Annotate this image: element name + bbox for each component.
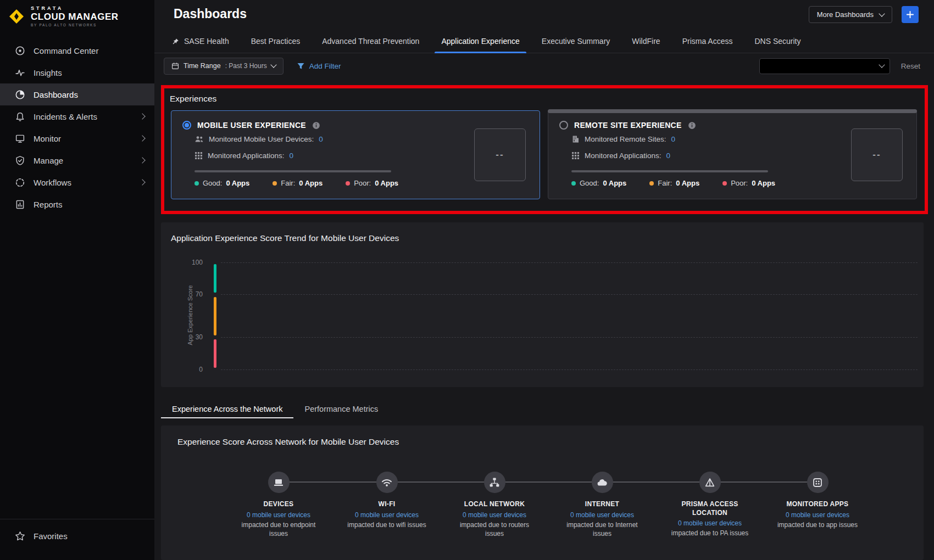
sidebar-item-dashboards[interactable]: Dashboards	[0, 83, 154, 105]
tab-label: Executive Summary	[542, 37, 610, 46]
tab-label: Prisma Access	[682, 37, 733, 46]
node-device-count-link[interactable]: 0 mobile user devices	[666, 519, 754, 527]
experience-cards: MOBILE USER EXPERIENCE Monitored Mobile …	[171, 110, 917, 199]
node-name: DEVICES	[235, 500, 323, 509]
apps-grid-icon	[571, 152, 580, 160]
node-device-count-link[interactable]: 0 mobile user devices	[774, 511, 861, 519]
row-label: Monitored Mobile User Devices:	[209, 135, 314, 143]
tab-best-practices[interactable]: Best Practices	[240, 30, 311, 53]
tab-performance-metrics[interactable]: Performance Metrics	[293, 399, 389, 418]
poor-dot-icon	[722, 181, 727, 186]
sidebar-item-workflows[interactable]: Workflows	[0, 171, 154, 193]
internet-cloud-icon	[592, 472, 613, 493]
horizontal-scrollbar-thumb[interactable]	[548, 109, 917, 113]
node-prisma-access-location: PRISMA ACCESS LOCATION 0 mobile user dev…	[666, 472, 754, 537]
remote-site-experience-card[interactable]: REMOTE SITE EXPERIENCE Monitored Remote …	[548, 110, 917, 199]
node-name: LOCAL NETWORK	[451, 500, 538, 509]
star-icon	[15, 531, 25, 541]
monitored-apps-icon	[807, 472, 829, 493]
legend-label: Poor:	[354, 179, 371, 187]
strata-logo-icon	[8, 8, 25, 25]
add-filter-button[interactable]: Add Filter	[297, 62, 341, 70]
radio-mobile-user-experience[interactable]	[182, 121, 191, 130]
node-device-count-link[interactable]: 0 mobile user devices	[558, 511, 646, 519]
sidebar-item-favorites[interactable]: Favorites	[0, 525, 154, 547]
pin-icon	[172, 38, 179, 45]
time-range-label: Time Range	[184, 62, 221, 70]
node-device-count-link[interactable]: 0 mobile user devices	[235, 511, 323, 519]
brand-logo: STRATA CLOUD MANAGER BY PALO ALTO NETWOR…	[0, 0, 154, 32]
apps-distribution-bar	[194, 170, 391, 172]
poor-dot-icon	[346, 181, 350, 186]
sidebar-item-insights[interactable]: Insights	[0, 61, 154, 83]
local-network-icon	[484, 472, 505, 493]
sidebar-item-reports[interactable]: Reports	[0, 193, 154, 215]
monitored-remote-sites-row: Monitored Remote Sites: 0	[571, 135, 675, 143]
sidebar-item-command-center[interactable]: Command Center	[0, 40, 154, 61]
tab-prisma-access[interactable]: Prisma Access	[671, 30, 744, 53]
tab-label: SASE Health	[184, 37, 229, 46]
tenant-select[interactable]	[759, 58, 890, 74]
chevron-right-icon	[139, 180, 145, 186]
add-dashboard-button[interactable]	[902, 6, 919, 23]
monitored-remote-sites-link[interactable]: 0	[671, 135, 676, 143]
time-range-dropdown[interactable]: Time Range : Past 3 Hours	[164, 58, 283, 75]
card-header: REMOTE SITE EXPERIENCE	[559, 121, 696, 130]
reset-button[interactable]: Reset	[901, 62, 920, 70]
info-icon[interactable]	[312, 121, 320, 130]
y-axis-label: App Experience Score	[187, 271, 193, 359]
brand-sub: BY PALO ALTO NETWORKS	[31, 23, 119, 27]
tab-label: Advanced Threat Prevention	[322, 37, 419, 46]
card-title: MOBILE USER EXPERIENCE	[197, 121, 306, 130]
sidebar-bottom: Favorites	[0, 519, 154, 560]
node-name: MONITORED APPS	[774, 500, 861, 509]
sidebar-item-label: Command Center	[34, 46, 98, 55]
tab-advanced-threat-prevention[interactable]: Advanced Threat Prevention	[311, 30, 430, 53]
gridline-100	[221, 262, 918, 263]
tab-label: Experience Across the Network	[172, 405, 282, 413]
plus-icon	[906, 10, 914, 19]
tab-sase-health[interactable]: SASE Health	[161, 30, 240, 53]
sidebar: STRATA CLOUD MANAGER BY PALO ALTO NETWOR…	[0, 0, 154, 560]
sidebar-item-incidents-alerts[interactable]: Incidents & Alerts	[0, 105, 154, 127]
manage-icon	[15, 155, 25, 166]
node-device-count-link[interactable]: 0 mobile user devices	[343, 511, 431, 519]
good-dot-icon	[194, 181, 199, 186]
more-dashboards-button[interactable]: More Dashboards	[809, 6, 892, 23]
calendar-icon	[171, 62, 179, 70]
tab-executive-summary[interactable]: Executive Summary	[531, 30, 621, 53]
sidebar-item-monitor[interactable]: Monitor	[0, 127, 154, 149]
mobile-user-experience-card[interactable]: MOBILE USER EXPERIENCE Monitored Mobile …	[171, 110, 540, 199]
monitored-applications-link[interactable]: 0	[666, 152, 671, 160]
prisma-access-icon	[699, 472, 721, 493]
tab-application-experience[interactable]: Application Experience	[430, 30, 530, 53]
score-band-poor	[214, 339, 216, 368]
experience-tabs: Experience Across the Network Performanc…	[161, 399, 389, 418]
tab-wildfire[interactable]: WildFire	[621, 30, 671, 53]
node-internet: INTERNET 0 mobile user devices impacted …	[558, 472, 646, 538]
filter-funnel-icon	[297, 62, 305, 70]
trend-chart-panel: Application Experience Score Trend for M…	[161, 222, 924, 387]
legend-label: Fair:	[281, 179, 295, 187]
page-title: Dashboards	[174, 7, 247, 21]
chevron-right-icon	[139, 114, 145, 120]
node-impact-text: impacted due to Internet issues	[558, 520, 646, 538]
tab-dns-security[interactable]: DNS Security	[743, 30, 811, 53]
score-band-fair	[214, 297, 216, 335]
legend-value: 0 Apps	[226, 179, 249, 187]
info-icon[interactable]	[688, 121, 696, 130]
chevron-down-icon	[270, 61, 276, 68]
node-device-count-link[interactable]: 0 mobile user devices	[451, 511, 538, 519]
card-title: REMOTE SITE EXPERIENCE	[574, 121, 682, 130]
time-range-value: : Past 3 Hours	[225, 62, 267, 70]
radio-remote-site-experience[interactable]	[559, 121, 568, 130]
network-panel: Experience Score Across Network for Mobi…	[161, 425, 924, 560]
legend-poor: Poor: 0 Apps	[346, 179, 398, 187]
monitored-mobile-devices-link[interactable]: 0	[319, 135, 323, 143]
monitored-applications-link[interactable]: 0	[290, 152, 294, 160]
card-header: MOBILE USER EXPERIENCE	[182, 121, 320, 130]
legend-value: 0 Apps	[752, 179, 775, 187]
sidebar-item-manage[interactable]: Manage	[0, 149, 154, 171]
tab-experience-across-network[interactable]: Experience Across the Network	[161, 399, 293, 418]
monitored-mobile-devices-row: Monitored Mobile User Devices: 0	[194, 135, 323, 143]
